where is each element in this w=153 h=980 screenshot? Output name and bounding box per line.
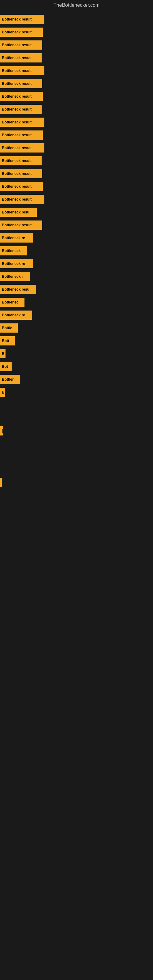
bottleneck-bar: Bottleneck result (0, 79, 42, 88)
bar-label: Bottleneck result (2, 56, 32, 60)
bar-row: Bottleneck result (0, 39, 153, 51)
bar-label: Bottleneck result (2, 30, 32, 34)
bar-label: Bottleneck resu (2, 287, 29, 291)
bar-row (0, 451, 153, 463)
bar-label: Bottleneck r (2, 274, 23, 279)
bar-label: Bottleneck result (2, 120, 32, 124)
site-title: TheBottlenecker.com (0, 0, 153, 10)
bar-label: Bottleneck resu (2, 210, 29, 215)
bottleneck-bar: B (0, 349, 5, 358)
bar-label: | (2, 429, 3, 433)
bar-row: Bottleneck re (0, 309, 153, 321)
bar-row: B (0, 348, 153, 360)
bottleneck-bar: Bottleneck r (0, 272, 30, 281)
bar-label: Bottleneck result (2, 146, 32, 150)
bottleneck-bar: Bottlenec (0, 298, 24, 307)
bottleneck-bar: Bottleneck result (0, 66, 45, 75)
bottleneck-bar: Bottleneck result (0, 53, 41, 62)
bar-label: Bottleneck result (2, 133, 32, 137)
bar-row (0, 464, 153, 475)
bar-label: Bottleneck result (2, 107, 32, 111)
bar-row: Bottleneck resu (0, 283, 153, 295)
bar-label: Bottleneck re (2, 236, 25, 240)
bottleneck-bar: Bottleneck re (0, 310, 32, 320)
bar-label: Bottle (2, 326, 12, 330)
bar-row: Bottleneck result (0, 142, 153, 154)
bar-row: Bottleneck result (0, 103, 153, 115)
bottleneck-bar: Bottleneck result (0, 169, 42, 178)
bottleneck-bar: Bott (0, 336, 15, 345)
bar-row: Bottleneck result (0, 26, 153, 38)
bar-label: Bottlen (2, 377, 14, 382)
bar-row: Bottleneck result (0, 65, 153, 76)
bottleneck-bar: Bot (0, 362, 12, 371)
bar-row: Bottleneck result (0, 129, 153, 141)
bottleneck-bar: Bottleneck resu (0, 285, 36, 294)
bar-label: Bottleneck result (2, 43, 32, 47)
bar-row: Bott (0, 335, 153, 347)
bottleneck-bar: B (0, 388, 5, 397)
bar-label: Bottleneck re (2, 313, 25, 317)
bar-label: Bottleneck result (2, 81, 32, 86)
bottleneck-bar: Bottleneck result (0, 118, 45, 127)
bar-label: Bottlenec (2, 300, 19, 304)
bottleneck-bar: Bottleneck result (0, 182, 43, 191)
bottleneck-bar: Bottleneck result (0, 156, 41, 165)
bar-row (0, 412, 153, 424)
bar-row: Bottleneck result (0, 219, 153, 231)
bar-row: Bottleneck result (0, 194, 153, 205)
bar-row: Bottlen (0, 374, 153, 385)
bar-row: Bottleneck (0, 245, 153, 257)
bar-row (0, 477, 153, 488)
bar-row: Bottleneck resu (0, 207, 153, 218)
bar-label: Bott (2, 339, 9, 343)
bar-row: Bot (0, 361, 153, 372)
bottleneck-bar: Bottle (0, 323, 18, 332)
bar-row: Bottleneck result (0, 116, 153, 128)
bar-row: Bottleneck re (0, 232, 153, 244)
bar-label: Bottleneck result (2, 17, 32, 21)
bar-row: Bottle (0, 322, 153, 334)
bar-row: Bottlenec (0, 296, 153, 308)
bar-row: Bottleneck result (0, 91, 153, 102)
bottleneck-bar: Bottleneck result (0, 40, 42, 49)
bar-row (0, 438, 153, 450)
bar-label: Bottleneck result (2, 159, 32, 163)
bottleneck-bar (0, 478, 2, 487)
bar-label: Bottleneck result (2, 68, 32, 73)
bar-row: Bottleneck result (0, 181, 153, 192)
bottleneck-bar: Bottleneck result (0, 92, 43, 101)
bottleneck-bar: Bottleneck result (0, 27, 43, 37)
bar-row: Bottleneck result (0, 13, 153, 25)
bottleneck-bar: Bottleneck (0, 246, 27, 255)
bar-row: Bottleneck r (0, 271, 153, 282)
bar-row: Bottleneck result (0, 78, 153, 89)
bottleneck-bar: | (0, 426, 3, 436)
bar-row: Bottleneck re (0, 258, 153, 269)
bottleneck-bar: Bottlen (0, 375, 20, 384)
bottleneck-bar: Bottleneck result (0, 143, 45, 153)
bar-row (0, 399, 153, 411)
bar-label: Bottleneck (2, 249, 21, 253)
bar-row: Bottleneck result (0, 52, 153, 64)
bar-label: Bottleneck re (2, 261, 25, 266)
bar-label: Bottleneck result (2, 223, 32, 227)
bar-label: Bot (2, 364, 8, 369)
bottleneck-bar: Bottleneck result (0, 221, 42, 230)
bar-row: B (0, 387, 153, 398)
bar-label: Bottleneck result (2, 185, 32, 189)
bar-row: Bottleneck result (0, 168, 153, 180)
bottleneck-bar: Bottleneck result (0, 15, 45, 24)
bottleneck-bar: Bottleneck resu (0, 208, 37, 217)
bar-label: B (2, 390, 5, 395)
bar-row: | (0, 425, 153, 437)
bars-container: Bottleneck resultBottleneck resultBottle… (0, 10, 153, 492)
bottleneck-bar: Bottleneck re (0, 233, 33, 243)
bar-label: Bottleneck result (2, 172, 32, 176)
bar-label: Bottleneck result (2, 197, 32, 202)
bar-label: Bottleneck result (2, 94, 32, 99)
bottleneck-bar: Bottleneck result (0, 105, 41, 114)
bar-row: Bottleneck result (0, 155, 153, 167)
bottleneck-bar: Bottleneck result (0, 130, 43, 140)
bottleneck-bar: Bottleneck result (0, 195, 45, 204)
